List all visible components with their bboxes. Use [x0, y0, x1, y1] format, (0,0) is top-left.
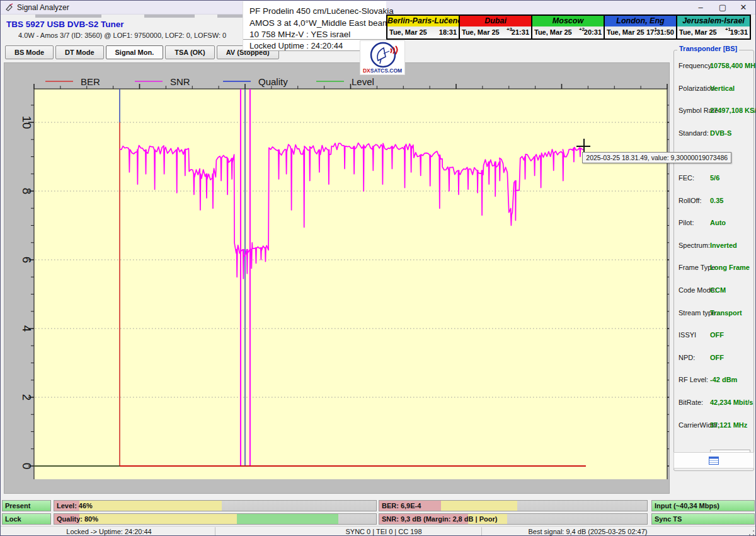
- transponder-label: Pilot:: [679, 219, 694, 226]
- tuner-name: TBS 5927 USB DVB-S2 Tuner: [6, 20, 124, 29]
- svg-text:6: 6: [20, 257, 33, 264]
- transponder-tool-button[interactable]: [673, 452, 754, 469]
- meter-label: SNR: 9,3 dB (Margin: 2,8 dB | Poor): [382, 515, 497, 523]
- transponder-label: Frequency:: [679, 62, 713, 69]
- minimize-button[interactable]: –: [690, 1, 711, 15]
- clock-city: Moscow: [532, 16, 604, 26]
- chart-panel: BERSNRQualityLevel 0246810: [4, 62, 670, 494]
- clock-time-row: Tue, Mar 25+321:31: [460, 26, 531, 38]
- transponder-value: Vertical: [710, 84, 735, 92]
- dxsatcs-logo: DXSATCS.COM: [360, 40, 405, 75]
- svg-text:4: 4: [20, 325, 33, 332]
- resize-grip[interactable]: [748, 529, 755, 536]
- meter-zone-yellow: [79, 501, 222, 511]
- clock-date: Tue, Mar 25: [534, 28, 572, 36]
- status-best-signal: Best signal: 9,4 dB (2025-03-25 02:47): [529, 528, 648, 535]
- tuner-details: 4.0W - Amos 3/7 (ID: 3560) @ LOF1: 97500…: [18, 32, 226, 39]
- close-button[interactable]: ✕: [733, 1, 754, 15]
- meter-zone-yellow: [441, 501, 518, 511]
- clock-time: 19:31: [730, 28, 748, 36]
- transponder-value: 27497,108 KS/s: [710, 107, 756, 114]
- clock-time-row: Tue, Mar 25+119:31: [677, 26, 750, 38]
- feed-line-2: AMOS 3 at 4,0°W_Middle East beam: [249, 18, 389, 28]
- meter-zone-yellow: [79, 514, 237, 524]
- meter-snr: SNR: 9,3 dB (Margin: 2,8 dB | Poor): [379, 513, 648, 525]
- feed-line-3: 10 758 MHz-V : YES israel: [249, 30, 350, 39]
- clock-city: Jerusalem-Israel: [677, 16, 750, 26]
- transponder-value: -42 dBm: [710, 376, 737, 383]
- logo-text: DXSATCS.COM: [360, 67, 404, 74]
- maximize-button[interactable]: ▢: [712, 1, 733, 15]
- clock-time: 21:31: [512, 28, 529, 36]
- clock-time: 20:31: [584, 28, 602, 36]
- transponder-label: Spectrum:: [679, 242, 710, 249]
- transponder-value: Transport: [710, 309, 742, 317]
- svg-text:0: 0: [20, 463, 33, 470]
- meter-label: Quality: 80%: [57, 515, 98, 523]
- clock-date: Tue, Mar 25: [607, 28, 644, 36]
- meter-label: Lock: [5, 515, 21, 523]
- status-separator: [481, 527, 482, 536]
- clock-time-row: Tue, Mar 25+220:31: [532, 26, 604, 38]
- signal-chart[interactable]: 0246810: [4, 63, 669, 479]
- mode-tabs: BS ModeDT ModeSignal Mon.TSA (OK)AV (Sto…: [5, 45, 279, 60]
- clock-time-row: Tue, Mar 2518:31: [387, 26, 459, 38]
- meter-lock: Lock: [2, 513, 51, 525]
- clock-jerusalem-israel: Jerusalem-IsraelTue, Mar 25+119:31: [677, 16, 750, 38]
- feed-line-1: PF Prodelin 450 cm/Lučenec-Slovakia: [249, 6, 394, 16]
- transponder-value: DVB-S: [710, 129, 731, 137]
- table-icon: [709, 457, 719, 465]
- transponder-value: Inverted: [710, 242, 737, 249]
- transponder-label: FEC:: [679, 174, 694, 182]
- tab-bs-mode[interactable]: BS Mode: [5, 45, 54, 59]
- transponder-value: 10758,400 MHz: [710, 62, 756, 69]
- svg-text:2: 2: [20, 394, 33, 401]
- status-separator: [215, 527, 215, 536]
- transponder-value: 42,234 Mbit/s: [710, 399, 753, 406]
- clock-moscow: MoscowTue, Mar 25+220:31: [532, 16, 605, 38]
- app-icon: [5, 3, 14, 12]
- status-uptime: Locked -> Uptime: 24:20:44: [66, 528, 151, 535]
- window-title: Signal Analyzer: [17, 3, 69, 12]
- clock-city: Berlin-Paris-Lučenec: [387, 16, 459, 26]
- statusbar: Locked -> Uptime: 24:20:44 SYNC 0 | TEI …: [1, 526, 756, 536]
- clock-city: London, Eng: [605, 16, 676, 26]
- transponder-value: OFF: [710, 354, 724, 361]
- status-sync: SYNC 0 | TEI 0 | CC 198: [345, 528, 421, 535]
- meter-label: Input (~40,34 Mbps): [655, 502, 719, 510]
- transponder-value: OFF: [710, 331, 724, 339]
- transponder-label: NPD:: [679, 354, 695, 361]
- clock-dubai: DubaiTue, Mar 25+321:31: [460, 16, 532, 38]
- meter-present: Present: [2, 500, 51, 511]
- tab-tsa-ok-[interactable]: TSA (OK): [165, 45, 214, 59]
- clock-berlin-paris-lu-enec: Berlin-Paris-LučenecTue, Mar 2518:31: [387, 16, 460, 38]
- chart-tooltip: 2025-03-25 18.31.49, value: 9,3000001907…: [582, 152, 731, 163]
- meter-label: Present: [5, 502, 30, 510]
- meter-input-40-34-mbps-: Input (~40,34 Mbps): [651, 500, 755, 511]
- meter-ber: BER: 6,9E-4: [379, 500, 648, 511]
- meter-level: Level: 46%: [54, 500, 377, 511]
- transponder-value: 37,121 MHz: [710, 421, 747, 429]
- clock-time: 18:31: [439, 28, 457, 36]
- tab-dt-mode[interactable]: DT Mode: [55, 45, 103, 59]
- clock-city: Dubai: [460, 16, 531, 26]
- transponder-label: BitRate:: [679, 399, 703, 406]
- transponder-value: Long Frame: [710, 264, 750, 271]
- transponder-label: RF Level:: [679, 376, 708, 383]
- tab-signal-mon-[interactable]: Signal Mon.: [106, 45, 164, 59]
- meter-label: Level: 46%: [57, 502, 93, 510]
- clock-date: Tue, Mar 25: [389, 28, 427, 36]
- screen-remnant: [35, 15, 101, 18]
- meter-zone-green: [237, 514, 338, 524]
- meter-label: BER: 6,9E-4: [382, 502, 421, 510]
- transponder-label: ISSYI: [679, 331, 696, 339]
- transponder-title: Transponder [BS]: [677, 45, 739, 52]
- svg-text:10: 10: [20, 115, 33, 129]
- transponder-panel: Transponder [BS] Frequency:10758,400 MHz…: [673, 45, 755, 472]
- transponder-value: 5/6: [710, 174, 719, 182]
- screen-remnant: [144, 15, 195, 18]
- meter-sync-ts: Sync TS: [651, 513, 755, 525]
- transponder-label: Standard:: [679, 129, 709, 137]
- clock-time-row: Tue, Mar 25-117:31:50: [605, 26, 676, 38]
- locked-uptime: Locked Uptime : 24:20:44: [249, 41, 343, 50]
